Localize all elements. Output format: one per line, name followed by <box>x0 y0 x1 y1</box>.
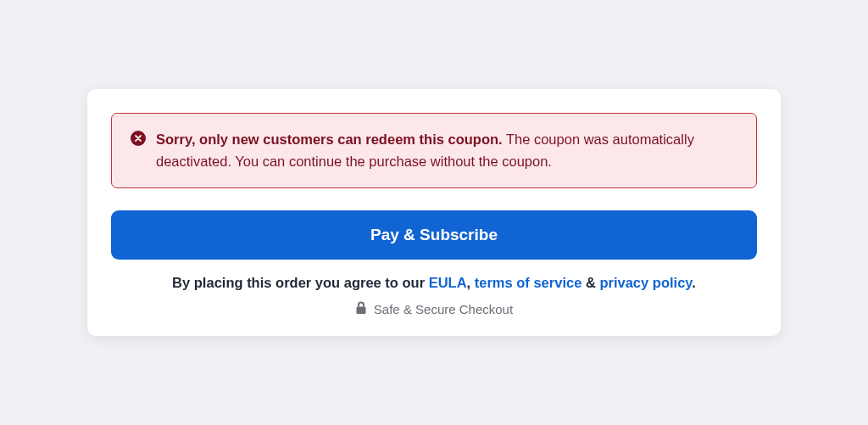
legal-amp: & <box>581 275 599 290</box>
checkout-card: Sorry, only new customers can redeem thi… <box>87 89 781 336</box>
legal-text: By placing this order you agree to our E… <box>111 275 757 291</box>
error-message-bold: Sorry, only new customers can redeem thi… <box>156 131 503 147</box>
pay-subscribe-button[interactable]: Pay & Subscribe <box>111 210 757 260</box>
error-message: Sorry, only new customers can redeem thi… <box>156 129 737 172</box>
svg-rect-1 <box>356 307 365 315</box>
error-icon <box>131 131 146 146</box>
secure-checkout-note: Safe & Secure Checkout <box>111 301 757 317</box>
lock-icon <box>355 301 367 317</box>
legal-comma: , <box>467 275 475 290</box>
eula-link[interactable]: EULA <box>429 275 467 290</box>
terms-of-service-link[interactable]: terms of service <box>475 275 582 290</box>
legal-prefix: By placing this order you agree to our <box>172 275 429 290</box>
secure-checkout-label: Safe & Secure Checkout <box>374 302 513 316</box>
legal-period: . <box>692 275 696 290</box>
error-alert: Sorry, only new customers can redeem thi… <box>111 113 757 188</box>
privacy-policy-link[interactable]: privacy policy <box>599 275 692 290</box>
